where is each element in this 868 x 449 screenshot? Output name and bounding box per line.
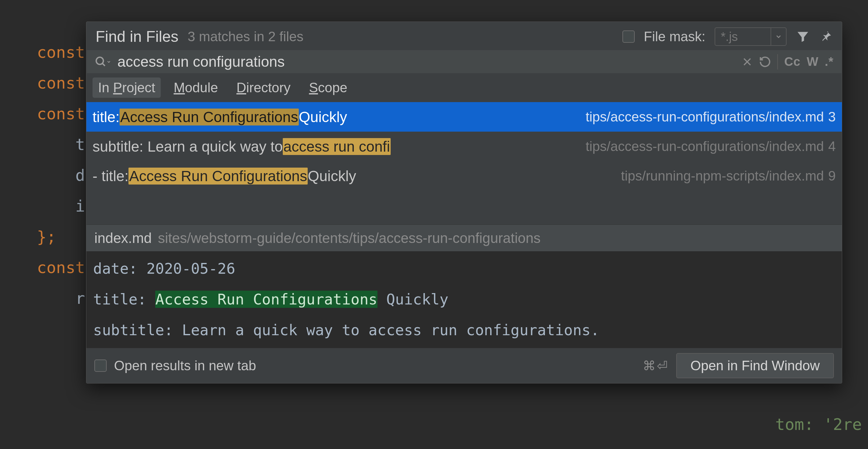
result-suffix: Quickly xyxy=(308,168,356,184)
result-path: tips/access-run-configurations/index.md xyxy=(586,109,824,124)
scope-tab-directory[interactable]: Directory xyxy=(231,78,296,98)
result-line: 9 xyxy=(828,168,836,184)
pin-icon[interactable] xyxy=(819,30,833,43)
code-token-string: tom: '2re xyxy=(775,409,862,440)
file-mask-input[interactable] xyxy=(715,30,771,44)
scope-tab-in-project[interactable]: In Project xyxy=(93,78,161,98)
match-case-toggle[interactable]: Cc xyxy=(784,55,800,68)
result-row[interactable]: title: Access Run Configurations Quickly… xyxy=(86,102,842,131)
result-line: 3 xyxy=(828,109,836,124)
preview-pane[interactable]: date: 2020-05-26 title: Access Run Confi… xyxy=(86,251,842,348)
whole-words-toggle[interactable]: W xyxy=(807,55,819,68)
code-token: const xyxy=(37,104,85,123)
match-summary: 3 matches in 2 files xyxy=(188,29,304,44)
code-token: const xyxy=(37,43,85,61)
file-mask-combo[interactable] xyxy=(715,27,786,46)
preview-header: index.md sites/webstorm-guide/contents/t… xyxy=(86,224,842,251)
scope-tab-module[interactable]: Module xyxy=(168,78,223,98)
dialog-header: Find in Files 3 matches in 2 files File … xyxy=(86,22,842,50)
result-highlight: access run confi xyxy=(283,138,391,155)
svg-point-0 xyxy=(96,57,103,64)
history-icon[interactable] xyxy=(759,56,771,68)
preview-highlight: Access Run Configurations xyxy=(155,291,377,308)
file-mask-checkbox[interactable] xyxy=(622,30,635,43)
chevron-down-icon[interactable] xyxy=(771,28,786,45)
result-prefix: title: xyxy=(93,109,120,125)
regex-toggle[interactable]: .* xyxy=(825,55,834,68)
result-row[interactable]: - title: Access Run Configurations Quick… xyxy=(86,161,842,191)
dialog-footer: Open results in new tab ⌘⏎ Open in Find … xyxy=(86,348,842,383)
result-prefix: subtitle: Learn a quick way to xyxy=(93,138,283,155)
preview-line: date: 2020-05-26 xyxy=(93,260,235,277)
code-token: const xyxy=(37,74,85,92)
result-row[interactable]: subtitle: Learn a quick way to access ru… xyxy=(86,131,842,161)
open-new-tab-label: Open results in new tab xyxy=(114,358,256,373)
clear-icon[interactable] xyxy=(742,56,753,67)
result-prefix: - title: xyxy=(93,168,128,184)
result-path: tips/access-run-configurations/index.md xyxy=(586,139,824,154)
search-input[interactable] xyxy=(117,53,736,70)
svg-line-1 xyxy=(102,63,105,66)
result-path: tips/running-npm-scripts/index.md xyxy=(621,168,824,184)
code-token: const xyxy=(37,258,85,277)
result-line: 4 xyxy=(828,139,836,154)
open-in-find-window-button[interactable]: Open in Find Window xyxy=(676,353,834,378)
filter-icon[interactable] xyxy=(796,30,810,44)
preview-line-suffix: Quickly xyxy=(377,291,448,308)
find-in-files-dialog: Find in Files 3 matches in 2 files File … xyxy=(86,22,842,384)
preview-filename: index.md xyxy=(94,230,152,246)
search-row: Cc W .* xyxy=(87,50,842,73)
result-suffix: Quickly xyxy=(299,109,347,125)
code-token: }; xyxy=(37,228,56,246)
result-highlight: Access Run Configurations xyxy=(128,168,308,184)
file-mask-label: File mask: xyxy=(644,29,705,44)
search-icon xyxy=(95,56,111,68)
preview-line-prefix: title: xyxy=(93,291,155,308)
shortcut-hint: ⌘⏎ xyxy=(643,358,669,373)
dialog-title: Find in Files xyxy=(96,28,179,46)
scope-tabs: In Project Module Directory Scope xyxy=(86,73,842,102)
open-new-tab-checkbox[interactable] xyxy=(94,360,107,372)
result-highlight: Access Run Configurations xyxy=(120,109,299,125)
divider xyxy=(777,54,778,69)
preview-path: sites/webstorm-guide/contents/tips/acces… xyxy=(158,230,541,246)
scope-tab-scope[interactable]: Scope xyxy=(303,78,353,98)
preview-line: subtitle: Learn a quick way to access ru… xyxy=(93,321,599,338)
results-list: title: Access Run Configurations Quickly… xyxy=(86,102,842,224)
